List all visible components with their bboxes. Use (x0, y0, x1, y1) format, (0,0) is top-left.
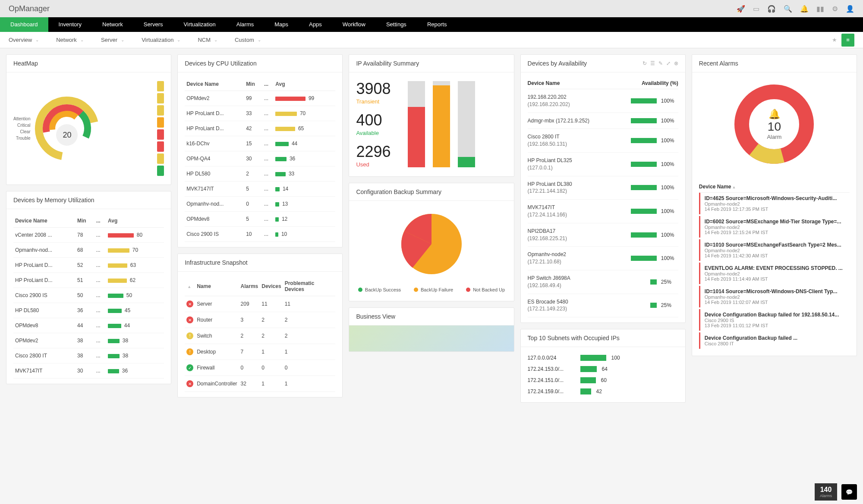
table-row[interactable]: ✕Router322 (185, 312, 335, 328)
table-row[interactable]: OPMdev844... 44 (13, 318, 164, 333)
table-row[interactable]: Opmanhv-nod...0... 13 (185, 197, 335, 212)
table-row[interactable]: ✕DomainController3211 (185, 376, 335, 392)
subnav-overview[interactable]: Overview⌄ (9, 37, 39, 43)
alarm-item[interactable]: ID=6002 Source=MSExchange Mid-Tier Stora… (699, 216, 850, 238)
nav-sub: Overview⌄ Network⌄ Server⌄ Virtualizatio… (0, 32, 863, 48)
layers-icon[interactable]: ▮▮ (816, 5, 824, 13)
table-row[interactable]: OPMdev85... 12 (185, 212, 335, 227)
search-icon[interactable]: 🔍 (784, 5, 792, 13)
business-view-map[interactable] (349, 326, 513, 351)
nav-virtualization[interactable]: Virtualization (173, 17, 226, 32)
heatmap-square[interactable] (157, 117, 164, 128)
heatmap-square[interactable] (157, 81, 164, 91)
subnet-row[interactable]: 172.24.153.0/...64 (528, 363, 678, 375)
table-row[interactable]: vCenter 2008 ...78... 80 (13, 228, 164, 243)
heatmap-square[interactable] (157, 141, 164, 152)
table-row[interactable]: OPMdev238... 38 (13, 333, 164, 348)
alarm-item[interactable]: ID=4625 Source=Microsoft-Windows-Securit… (699, 193, 850, 214)
alarm-item[interactable]: EVENTLOG ALARM: EVENT PROCESSING STOPPED… (699, 263, 850, 284)
subnav-server[interactable]: Server⌄ (101, 37, 124, 43)
subnav-virtualization[interactable]: Virtualization⌄ (142, 37, 180, 43)
table-row[interactable]: HP DL5802... 33 (185, 166, 335, 182)
subnet-row[interactable]: 172.24.159.0/...42 (528, 386, 678, 397)
table-row[interactable]: ✕Server2091111 (185, 296, 335, 312)
list-icon[interactable]: ☰ (650, 60, 655, 66)
table-row[interactable]: Cisco 2800 IT38... 38 (13, 348, 164, 363)
presentation-icon[interactable]: ▭ (753, 5, 759, 13)
ip-stat: 400Available (356, 113, 391, 136)
avail-row[interactable]: 192.168.220.202(192.168.220.202)100% (528, 89, 678, 113)
table-row[interactable]: !Switch222 (185, 328, 335, 344)
card-title: Devices by Availability (528, 60, 587, 67)
avail-row[interactable]: HP ProLiant DL325(127.0.0.1)100% (528, 153, 678, 176)
filter-button[interactable]: ≡ (841, 34, 854, 47)
avail-row[interactable]: MVK7147IT(172.24.114.166)100% (528, 200, 678, 223)
nav-reports[interactable]: Reports (417, 17, 457, 32)
bell-icon[interactable]: 🔔 (800, 5, 809, 13)
heatmap-square[interactable] (157, 166, 164, 176)
headset-icon[interactable]: 🎧 (767, 5, 776, 13)
subnav-custom[interactable]: Custom⌄ (235, 37, 261, 43)
heatmap-square[interactable] (157, 93, 164, 103)
alarm-item[interactable]: ID=1010 Source=MSExchangeFastSearch Type… (699, 239, 850, 261)
close-icon[interactable]: ⊗ (674, 60, 678, 66)
alarm-item[interactable]: Device Configuration Backup failed ...Ci… (699, 332, 850, 349)
nav-apps[interactable]: Apps (299, 17, 332, 32)
cpu-util-table: Device Name Min ... Avg OPMdev299... 99H… (185, 78, 335, 242)
table-row[interactable]: Cisco 2900 IS10... 10 (185, 227, 335, 242)
nav-maps[interactable]: Maps (264, 17, 299, 32)
heatmap-square[interactable] (157, 105, 164, 116)
table-row[interactable]: MVK7147IT5... 14 (185, 182, 335, 197)
edit-icon[interactable]: ✎ (658, 60, 663, 66)
subnet-row[interactable]: 127.0.0.0/24100 (528, 352, 678, 363)
nav-main: Dashboard Inventory Network Servers Virt… (0, 17, 863, 32)
table-row[interactable]: HP DL58036... 45 (13, 303, 164, 318)
table-row[interactable]: HP ProLiant D...51... 62 (13, 273, 164, 288)
nav-alarms[interactable]: Alarms (226, 17, 264, 32)
chevron-down-icon: ⌄ (35, 38, 39, 42)
table-row[interactable]: Cisco 2900 IS50... 50 (13, 288, 164, 303)
table-row[interactable]: HP ProLiant D...33... 70 (185, 106, 335, 121)
table-row[interactable]: HP ProLiant D...52... 63 (13, 258, 164, 273)
table-row[interactable]: MVK7147IT30... 36 (13, 363, 164, 379)
avail-row[interactable]: ES Brocade 5480(172.21.149.223)25% (528, 294, 678, 318)
table-row[interactable]: k16-DChv15... 44 (185, 136, 335, 151)
table-row[interactable]: HP ProLiant D...42... 65 (185, 121, 335, 136)
subnet-row[interactable]: 172.24.151.0/...60 (528, 375, 678, 386)
ip-bar (433, 81, 450, 167)
avail-row[interactable]: HP Switch J8698A(192.168.49.4)25% (528, 270, 678, 294)
chevron-down-icon: ⌄ (80, 38, 84, 42)
nav-network[interactable]: Network (92, 17, 133, 32)
nav-inventory[interactable]: Inventory (48, 17, 92, 32)
user-icon[interactable]: 👤 (846, 5, 854, 13)
table-row[interactable]: !Desktop711 (185, 344, 335, 360)
subnav-network[interactable]: Network⌄ (56, 37, 84, 43)
avail-row[interactable]: Admgr-mbx (172.21.9.252)100% (528, 113, 678, 129)
table-row[interactable]: Opmanhv-nod...68... 70 (13, 243, 164, 258)
table-row[interactable]: OPM-QA430... 36 (185, 151, 335, 166)
subnav-ncm[interactable]: NCM⌄ (198, 37, 217, 43)
expand-icon[interactable]: ⤢ (666, 60, 671, 66)
card-ip-summary: IP Availability Summary 3908Transient400… (349, 54, 514, 177)
nav-dashboard[interactable]: Dashboard (0, 17, 48, 32)
rocket-icon[interactable]: 🚀 (737, 5, 745, 13)
avail-row[interactable]: Opmanhv-node2(172.21.10.68)100% (528, 247, 678, 270)
alarm-item[interactable]: ID=1014 Source=Microsoft-Windows-DNS-Cli… (699, 286, 850, 307)
legend-item: BackUp Success (358, 287, 401, 292)
nav-settings[interactable]: Settings (376, 17, 417, 32)
nav-workflow[interactable]: Workflow (332, 17, 376, 32)
nav-servers[interactable]: Servers (133, 17, 173, 32)
avail-row[interactable]: NPI2DBA17(192.168.225.21)100% (528, 223, 678, 247)
star-icon[interactable]: ★ (832, 37, 837, 43)
alarm-item[interactable]: Device Configuration Backup failed for 1… (699, 309, 850, 331)
settings-icon[interactable]: ⚙ (832, 5, 838, 13)
avail-row[interactable]: Cisco 2800 IT(192.168.50.131)100% (528, 129, 678, 153)
avail-row[interactable]: HP ProLiant DL380(172.21.144.182)100% (528, 176, 678, 200)
table-row[interactable]: OPMdev299... 99 (185, 91, 335, 106)
card-memory-util: Devices by Memory Utilization Device Nam… (6, 191, 171, 384)
table-row[interactable]: ✓Firewall000 (185, 360, 335, 376)
refresh-icon[interactable]: ↻ (643, 60, 647, 66)
card-title: Devices by CPU Utilization (185, 60, 257, 67)
heatmap-square[interactable] (157, 153, 164, 164)
heatmap-square[interactable] (157, 129, 164, 140)
